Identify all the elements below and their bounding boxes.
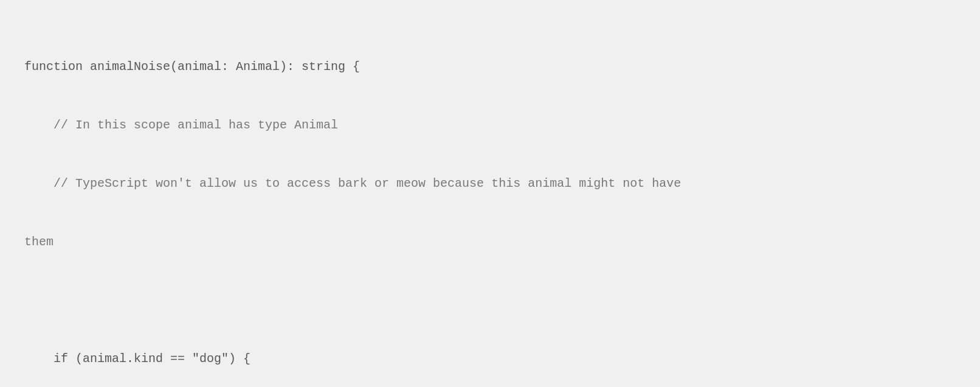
code-container: function animalNoise(animal: Animal): st… <box>0 0 980 387</box>
code-line-6: if (animal.kind == "dog") { <box>24 349 956 369</box>
code-line-4: them <box>24 232 956 252</box>
code-line-2: // In this scope animal has type Animal <box>24 116 956 135</box>
code-line-1: function animalNoise(animal: Animal): st… <box>24 57 956 77</box>
code-line-3: // TypeScript won't allow us to access b… <box>24 174 956 194</box>
code-block: function animalNoise(animal: Animal): st… <box>24 18 956 387</box>
code-line-5 <box>24 291 956 310</box>
